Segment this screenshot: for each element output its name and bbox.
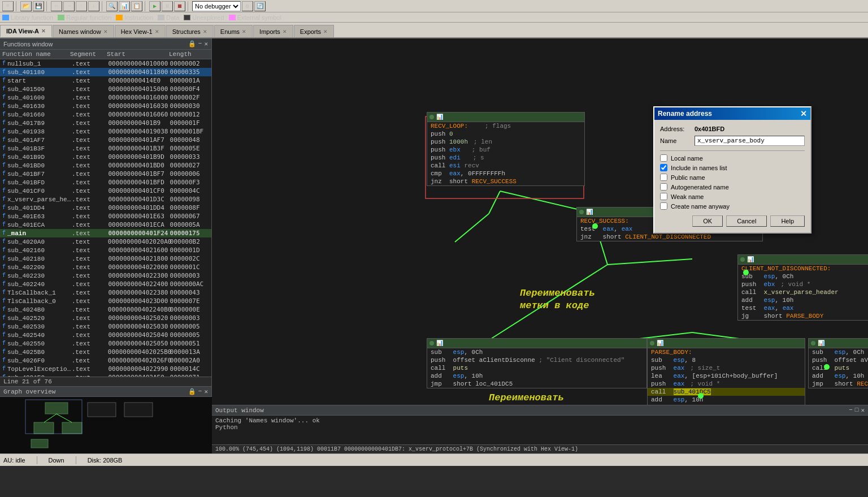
table-row[interactable]: fsub_401ECA.text000000000401ECA0000005A <box>0 221 211 229</box>
seg-unexplored-label: Unexplored <box>192 14 224 21</box>
table-row[interactable]: fsub_402180.text00000000040218000000002C <box>0 254 211 263</box>
dialog-ok-btn[interactable]: OK <box>692 215 723 227</box>
tab-ida-close[interactable]: ✕ <box>41 28 46 34</box>
table-row[interactable]: fsub_4026F0.text000000000402026F0000002A… <box>0 356 211 365</box>
fn-icon: f <box>2 357 6 364</box>
dialog-cancel-btn[interactable]: Cancel <box>726 215 767 227</box>
toolbar-pause-btn[interactable]: ⏸ <box>162 1 173 11</box>
include-names-checkbox[interactable] <box>660 164 667 171</box>
table-row[interactable]: fsub_401938.text00000000040190380000001B… <box>0 127 211 136</box>
table-row[interactable]: fsub_402240.text00000000040224000000000A… <box>0 280 211 288</box>
toolbar-stop-btn[interactable]: ⏹ <box>174 1 185 11</box>
table-row[interactable]: fsub_401BFD.text000000000401BFD000000F3 <box>0 178 211 187</box>
toolbar-down-btn[interactable]: ↓ <box>88 1 99 11</box>
rename-name-input[interactable] <box>695 136 805 146</box>
table-row[interactable]: f_main.text0000000000401F2400000175 <box>0 229 211 237</box>
tab-hex-view[interactable]: Hex View-1 ✕ <box>115 25 166 37</box>
fn-icon: f <box>2 103 6 109</box>
tab-names-window[interactable]: Names window ✕ <box>53 25 114 37</box>
table-row[interactable]: fsub_401500.text0000000004015000000000F4 <box>0 85 211 93</box>
weak-name-checkbox[interactable] <box>660 193 667 200</box>
autogen-name-checkbox[interactable] <box>660 183 667 191</box>
functions-list[interactable]: fnullsub_1.text000000000401000000000002 … <box>0 59 211 377</box>
create-name-checkbox[interactable] <box>660 202 667 210</box>
table-row[interactable]: fsub_401CF0.text000000000401CF00000004C <box>0 187 211 195</box>
table-row[interactable]: fsub_4017B9.text000000000401B90000001F <box>0 119 211 127</box>
dialog-help-btn[interactable]: Help <box>770 215 805 227</box>
table-row[interactable]: fsub_401BD0.text000000000401BD000000027 <box>0 161 211 170</box>
functions-minimize-btn[interactable]: − <box>198 40 202 47</box>
toolbar-hex-btn[interactable]: 📋 <box>131 1 142 11</box>
table-row[interactable]: fstart.text000000000414E00000001A <box>0 76 211 85</box>
table-row[interactable]: fsub_401B9D.text000000000401B9D00000033 <box>0 153 211 161</box>
toolbar-settings-btn[interactable]: ⚙ <box>242 1 253 11</box>
fn-name: sub_402180 <box>7 256 72 262</box>
toolbar-fwd-btn[interactable]: → <box>63 1 75 11</box>
toolbar-graph-btn[interactable]: 📊 <box>119 1 130 11</box>
fn-len: 000000F4 <box>170 85 209 93</box>
rename-dialog-close-btn[interactable]: ✕ <box>800 109 807 118</box>
table-row[interactable]: fsub_402550.text000000000402505000000051 <box>0 339 211 348</box>
toolbar-search-btn[interactable]: 🔍 <box>106 1 118 11</box>
output-close-btn[interactable]: ✕ <box>861 407 865 414</box>
toolbar-back-btn[interactable]: ← <box>51 1 62 11</box>
tab-names-close[interactable]: ✕ <box>103 29 108 34</box>
table-row[interactable]: fsub_401BF7.text000000000401BF700000006 <box>0 170 211 178</box>
table-row[interactable]: fsub_401AF7.text000000000401AF700000048 <box>0 136 211 144</box>
tab-structures[interactable]: Structures ✕ <box>166 25 214 37</box>
block-addr: 📊 <box>436 114 443 120</box>
tab-ida-view-a[interactable]: IDA View-A ✕ <box>0 25 52 37</box>
tab-enums[interactable]: Enums ✕ <box>214 25 253 37</box>
table-row[interactable]: fsub_402540.text000000000402504000000005 <box>0 331 211 339</box>
table-row[interactable]: fsub_4020A0.text000000000402020A0000000B… <box>0 237 211 246</box>
table-row[interactable]: fTlsCallback_0.text0000000004023D0000000… <box>0 297 211 305</box>
table-row[interactable]: fsub_401600.text00000000040160000000002F <box>0 93 211 102</box>
tab-enums-close[interactable]: ✕ <box>242 29 246 34</box>
table-row[interactable]: fsub_401B3F.text000000000401B3F0000005E <box>0 144 211 153</box>
tab-imports[interactable]: Imports ✕ <box>253 25 293 37</box>
table-row[interactable]: fsub_402160.text00000000040216000000001D <box>0 246 211 254</box>
toolbar-menu-btn[interactable]: ≡ <box>2 1 14 11</box>
graph-minimize-btn[interactable]: − <box>198 388 202 395</box>
tab-imports-close[interactable]: ✕ <box>283 29 287 34</box>
debugger-select[interactable]: No debugger <box>192 1 241 11</box>
public-name-checkbox[interactable] <box>660 174 667 181</box>
table-row[interactable]: fsub_4025B0.text000000000402025B00000013… <box>0 348 211 356</box>
graph-overview-canvas[interactable] <box>0 397 212 453</box>
table-row[interactable]: fsub_401630.text000000000401603000000030 <box>0 102 211 110</box>
table-row[interactable]: fsub_401DD4.text000000000401DD40000008F <box>0 204 211 212</box>
table-row[interactable]: fTlsCallback_1.text000000000402238000000… <box>0 288 211 297</box>
table-row[interactable]: fsub_401180.text000000000401180000000335 <box>0 68 211 76</box>
table-row[interactable]: fsub_401E63.text000000000401E6300000067 <box>0 212 211 221</box>
table-row[interactable]: fTopLevelExceptio....text000000000402299… <box>0 365 211 373</box>
seg-instruction-color <box>116 15 123 20</box>
table-row[interactable]: fsub_402200.text00000000040220000000001C <box>0 263 211 271</box>
toolbar-up-btn[interactable]: ↑ <box>76 1 87 11</box>
table-row[interactable]: fsub_402530.text000000000402503000000005 <box>0 322 211 331</box>
table-row[interactable]: fsub_402520.text000000000402502000000003 <box>0 314 211 322</box>
ida-graph-view[interactable]: 📊 RECV_LOOP:; flags push 0 push 1000h; l… <box>212 38 868 405</box>
graph-close-btn[interactable]: ✕ <box>204 388 208 395</box>
table-row[interactable]: fsub_401660.text000000000401606000000012 <box>0 110 211 119</box>
toolbar-run-btn[interactable]: ▶ <box>149 1 160 11</box>
graph-lock-btn[interactable]: 🔒 <box>188 388 196 395</box>
table-row[interactable]: fnullsub_1.text000000000401000000000002 <box>0 59 211 68</box>
table-row[interactable]: fsub_4024B0.text000000000402240B00000000… <box>0 305 211 314</box>
fn-icon: f <box>2 230 6 236</box>
table-row[interactable]: fx_vserv_parse_he....text000000000401D3C… <box>0 195 211 204</box>
tab-structures-close[interactable]: ✕ <box>203 29 207 34</box>
tab-hex-close[interactable]: ✕ <box>155 29 159 34</box>
functions-close-btn[interactable]: ✕ <box>204 40 208 47</box>
tab-exports[interactable]: Exports ✕ <box>294 25 334 37</box>
functions-lock-btn[interactable]: 🔒 <box>188 40 196 47</box>
output-maximize-btn[interactable]: □ <box>855 407 859 414</box>
fn-name: sub_402550 <box>7 340 72 347</box>
fn-name: sub_402530 <box>7 323 72 330</box>
tab-exports-close[interactable]: ✕ <box>323 29 328 34</box>
local-name-checkbox[interactable] <box>660 154 667 162</box>
table-row[interactable]: fsub_402230.text000000000402230000000003 <box>0 271 211 280</box>
toolbar-save-btn[interactable]: 💾 <box>33 1 44 11</box>
output-minimize-btn[interactable]: − <box>849 407 853 414</box>
toolbar-refresh-btn[interactable]: 🔄 <box>254 1 266 11</box>
toolbar-open-btn[interactable]: 📂 <box>20 1 32 11</box>
